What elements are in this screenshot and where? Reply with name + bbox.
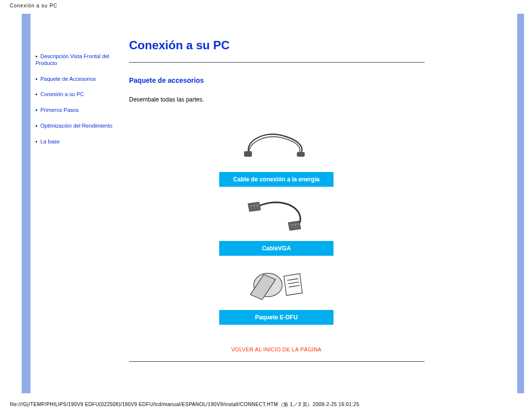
sidebar-item-la-base[interactable]: •La base (35, 138, 122, 145)
section-heading: Paquete de accesorios (129, 76, 424, 84)
nav-link[interactable]: Paquete de Accesorios (40, 76, 96, 82)
svg-rect-1 (297, 152, 305, 157)
back-to-top: VOLVER AL INICIO DE LA PÁGINA (129, 346, 424, 352)
nav-link[interactable]: Optimización del Rendimiento (40, 123, 112, 129)
accessory-caption: Paquete E-DFU (219, 310, 333, 325)
left-stripe (22, 14, 31, 393)
nav-link[interactable]: Primeros Pasos (40, 107, 79, 113)
vga-cable-icon (219, 187, 333, 241)
bullet-icon: • (35, 53, 40, 60)
right-gap (512, 14, 517, 393)
sidebar-item-optimizacion[interactable]: •Optimización del Rendimiento (35, 123, 122, 130)
accessory-edfu-pack: Paquete E-DFU (219, 256, 333, 325)
accessory-power-cable: Cable de conexión a la energía (219, 118, 333, 187)
svg-point-7 (291, 224, 293, 226)
sidebar-item-paquete-accesorios[interactable]: •Paquete de Accesorios (35, 76, 122, 83)
right-gutter (432, 14, 512, 393)
svg-point-6 (257, 205, 258, 206)
sidebar-nav: •Descripción Vista Frontal del Producto … (31, 14, 125, 393)
nav-link[interactable]: Descripción Vista Frontal del Producto (35, 53, 109, 66)
svg-point-9 (298, 223, 299, 225)
svg-marker-2 (248, 202, 261, 211)
svg-point-8 (295, 224, 296, 225)
accessory-caption: Cable de conexión a la energía (219, 172, 333, 187)
main-content: Conexión a su PC Paquete de accesorios D… (125, 14, 432, 393)
sidebar-item-primeros-pasos[interactable]: •Primeros Pasos (35, 107, 122, 114)
bullet-icon: • (35, 107, 40, 114)
sidebar-item-desc-frontal[interactable]: •Descripción Vista Frontal del Producto (35, 53, 122, 67)
svg-rect-0 (244, 151, 252, 157)
layout-frame: •Descripción Vista Frontal del Producto … (22, 14, 524, 393)
accessory-vga-cable: CableVGA (219, 187, 333, 256)
page-root: Conexión a su PC •Descripción Vista Fron… (0, 0, 532, 411)
bullet-icon: • (35, 123, 40, 130)
nav-link[interactable]: La base (40, 138, 60, 144)
window-title: Conexión a su PC (10, 3, 58, 8)
accessory-caption: CableVGA (219, 241, 333, 256)
divider-bottom (129, 361, 425, 362)
divider-top (129, 62, 425, 63)
back-to-top-link[interactable]: VOLVER AL INICIO DE LA PÁGINA (231, 346, 322, 352)
bullet-icon: • (35, 138, 40, 145)
page-title: Conexión a su PC (129, 38, 424, 52)
svg-point-4 (250, 205, 252, 206)
right-stripe (517, 14, 524, 393)
svg-marker-13 (284, 274, 302, 295)
instruction-text: Desembale todas las partes. (129, 96, 424, 103)
power-cable-icon (219, 118, 333, 172)
bullet-icon: • (35, 76, 40, 83)
nav-link[interactable]: Conexión a su PC (40, 91, 84, 97)
svg-point-5 (254, 205, 255, 206)
bullet-icon: • (35, 91, 40, 98)
edfu-pack-icon (219, 256, 333, 310)
sidebar-item-conexion-pc[interactable]: •Conexión a su PC (35, 91, 122, 98)
footer-file-path: file:///G|/TEMP/PHILIPS/190V9 EDFU(02250… (10, 401, 359, 408)
svg-marker-3 (288, 221, 301, 230)
